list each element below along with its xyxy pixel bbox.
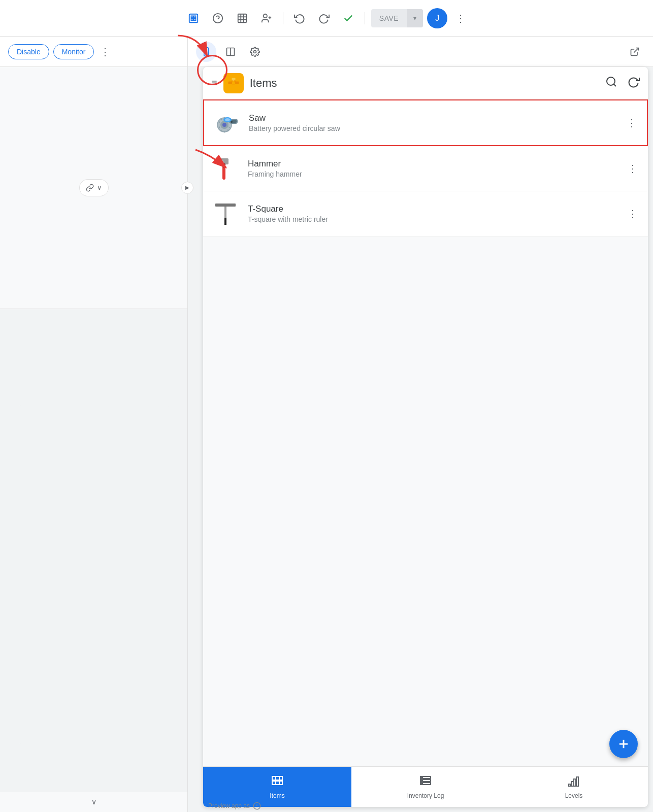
tsquare-item-name: T-Square bbox=[248, 204, 617, 214]
saw-item-more-icon[interactable]: ⋮ bbox=[625, 115, 639, 131]
svg-rect-68 bbox=[421, 781, 422, 782]
add-item-fab[interactable] bbox=[609, 730, 638, 758]
saw-item-text: Saw Battery powered circular saw bbox=[249, 113, 616, 132]
svg-rect-4 bbox=[194, 18, 196, 20]
tsquare-item-desc: T-square with metric ruler bbox=[248, 215, 617, 223]
svg-rect-60 bbox=[279, 776, 282, 780]
app-menu-icon[interactable]: ≡ bbox=[211, 77, 217, 89]
left-panel-top-section: ∨ ▶ bbox=[0, 67, 187, 309]
toolbar-divider bbox=[283, 12, 283, 24]
svg-rect-62 bbox=[276, 781, 279, 785]
svg-rect-52 bbox=[222, 163, 225, 167]
svg-rect-73 bbox=[576, 777, 578, 786]
empty-canvas-area bbox=[19, 405, 169, 743]
nav-items-icon bbox=[271, 775, 283, 790]
svg-point-12 bbox=[263, 14, 267, 17]
left-panel-content: ∨ ▶ ∨ bbox=[0, 67, 187, 812]
help-icon[interactable] bbox=[208, 8, 228, 28]
svg-rect-7 bbox=[238, 14, 247, 22]
link-label: ∨ bbox=[97, 184, 102, 191]
hammer-item-text: Hammer Framing hammer bbox=[248, 159, 617, 178]
split-view-icon[interactable] bbox=[220, 42, 241, 62]
saw-item-row[interactable]: Saw Battery powered circular saw ⋮ bbox=[203, 99, 648, 146]
svg-rect-63 bbox=[279, 781, 282, 785]
svg-line-22 bbox=[634, 48, 638, 52]
hammer-item-more-icon[interactable]: ⋮ bbox=[626, 160, 640, 177]
undo-icon[interactable] bbox=[289, 8, 310, 28]
tsquare-item-row[interactable]: T-Square T-square with metric ruler ⋮ bbox=[203, 191, 648, 236]
save-button[interactable]: SAVE ▾ bbox=[371, 9, 423, 27]
svg-rect-61 bbox=[272, 781, 276, 785]
hammer-item-icon bbox=[211, 154, 240, 183]
settings-icon[interactable] bbox=[245, 42, 265, 62]
saw-item-icon bbox=[212, 109, 241, 137]
saw-item-name: Saw bbox=[249, 113, 616, 123]
tsquare-item-icon bbox=[211, 199, 240, 228]
top-toolbar: SAVE ▾ J ⋮ bbox=[0, 0, 653, 37]
redo-icon[interactable] bbox=[314, 8, 334, 28]
svg-rect-59 bbox=[276, 776, 279, 780]
svg-rect-2 bbox=[194, 16, 196, 18]
svg-rect-71 bbox=[571, 782, 573, 786]
items-list[interactable]: Saw Battery powered circular saw ⋮ bbox=[203, 99, 648, 766]
save-label: SAVE bbox=[371, 14, 407, 22]
hammer-item-desc: Framing hammer bbox=[248, 170, 617, 178]
hammer-item-row[interactable]: Hammer Framing hammer ⋮ bbox=[203, 146, 648, 191]
svg-rect-72 bbox=[574, 779, 576, 786]
external-link-icon[interactable] bbox=[625, 42, 645, 62]
right-panel: ≡ Items bbox=[188, 37, 653, 812]
check-icon bbox=[338, 8, 358, 28]
nav-items-label: Items bbox=[270, 792, 284, 799]
svg-point-47 bbox=[225, 118, 230, 121]
app-search-icon[interactable] bbox=[605, 76, 617, 91]
eye-icon[interactable] bbox=[183, 8, 204, 28]
panel-more-icon[interactable]: ⋮ bbox=[100, 46, 110, 58]
tsquare-item-more-icon[interactable]: ⋮ bbox=[626, 206, 640, 222]
table-icon[interactable] bbox=[232, 8, 252, 28]
tsquare-item-text: T-Square T-square with metric ruler bbox=[248, 204, 617, 223]
app-header: ≡ Items bbox=[203, 67, 648, 99]
svg-point-29 bbox=[607, 77, 615, 85]
nav-levels-label: Levels bbox=[565, 792, 583, 799]
preview-label: Preview app as bbox=[208, 802, 261, 810]
svg-rect-3 bbox=[191, 18, 193, 20]
monitor-button[interactable]: Monitor bbox=[53, 44, 94, 59]
app-header-icon bbox=[223, 73, 244, 93]
left-panel: Disable Monitor ⋮ ∨ ▶ ∨ bbox=[0, 37, 188, 812]
toolbar-divider-2 bbox=[365, 12, 365, 24]
svg-marker-55 bbox=[224, 218, 226, 225]
svg-rect-26 bbox=[232, 78, 235, 80]
bottom-nav: Items Inventory Log bbox=[203, 766, 648, 807]
mobile-view-icon[interactable] bbox=[196, 42, 216, 62]
left-panel-bottom-section bbox=[0, 309, 187, 792]
collapse-arrow[interactable]: ▶ bbox=[181, 182, 193, 194]
svg-point-48 bbox=[231, 121, 233, 123]
svg-rect-70 bbox=[569, 784, 571, 786]
left-panel-toolbar: Disable Monitor ⋮ bbox=[0, 37, 187, 67]
bottom-expand-arrow[interactable]: ∨ bbox=[0, 792, 187, 812]
hammer-item-name: Hammer bbox=[248, 159, 617, 169]
secondary-toolbar bbox=[188, 37, 653, 67]
svg-point-21 bbox=[254, 50, 256, 53]
nav-levels[interactable]: Levels bbox=[500, 767, 648, 807]
avatar[interactable]: J bbox=[427, 8, 447, 28]
svg-rect-54 bbox=[215, 204, 236, 207]
link-button[interactable]: ∨ bbox=[79, 179, 109, 196]
nav-inventory-log[interactable]: Inventory Log bbox=[351, 767, 500, 807]
nav-items[interactable]: Items bbox=[203, 767, 351, 807]
svg-rect-69 bbox=[421, 784, 422, 785]
svg-line-30 bbox=[614, 84, 616, 86]
svg-rect-1 bbox=[191, 16, 193, 18]
saw-item-desc: Battery powered circular saw bbox=[249, 124, 616, 132]
svg-rect-58 bbox=[272, 776, 276, 780]
more-options-icon[interactable]: ⋮ bbox=[451, 8, 470, 28]
save-dropdown-arrow[interactable]: ▾ bbox=[407, 9, 423, 27]
nav-levels-icon bbox=[568, 775, 580, 790]
preview-text: Preview app as bbox=[208, 802, 250, 809]
svg-rect-67 bbox=[421, 777, 422, 779]
app-container: ≡ Items bbox=[203, 67, 648, 807]
disable-button[interactable]: Disable bbox=[8, 44, 49, 59]
add-collaborator-icon[interactable] bbox=[256, 8, 277, 28]
app-header-title: Items bbox=[250, 77, 599, 90]
app-refresh-icon[interactable] bbox=[628, 76, 640, 90]
